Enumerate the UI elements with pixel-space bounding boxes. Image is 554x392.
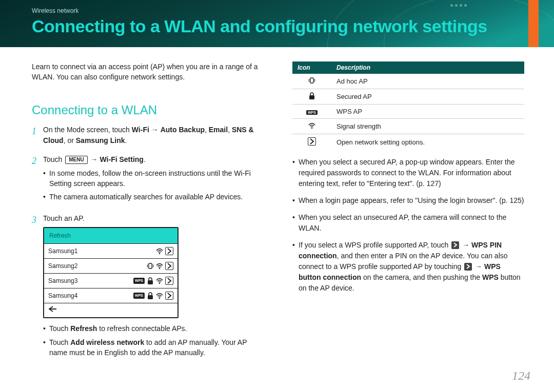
- table-header-icon: Icon: [292, 61, 331, 74]
- ap-row: Samsung2: [44, 258, 177, 273]
- adhoc-icon: [147, 262, 154, 270]
- right-bullet-list: When you select a secured AP, a pop-up w…: [292, 157, 524, 294]
- open-settings-icon: [165, 247, 173, 255]
- right-column: Icon Description Ad hoc AP Secured AP WP…: [292, 61, 524, 369]
- wps-icon: WPS: [133, 278, 145, 284]
- open-settings-icon: [165, 277, 173, 285]
- lock-icon: [147, 292, 154, 299]
- open-settings-icon: [165, 262, 173, 270]
- orange-accent-tab: [528, 0, 539, 47]
- lock-icon: [147, 277, 154, 284]
- ap-list-mockup: Refresh Samsung1 Samsung2: [43, 227, 179, 318]
- table-cell: Ad hoc AP: [331, 74, 524, 89]
- signal-strength-icon: [156, 247, 163, 255]
- table-cell: Signal strength: [331, 119, 524, 134]
- table-cell: WPS AP: [331, 105, 524, 119]
- refresh-bar: Refresh: [44, 228, 177, 243]
- signal-strength-icon: [156, 292, 163, 299]
- signal-strength-icon: [156, 262, 163, 270]
- icon-description-table: Icon Description Ad hoc AP Secured AP WP…: [292, 61, 524, 150]
- wps-icon: WPS: [133, 293, 145, 299]
- step-3: 3 Touch an AP. Refresh Samsung1 Samsung2: [32, 213, 264, 361]
- sub-bullet: Touch Add wireless network to add an AP …: [43, 337, 264, 358]
- table-cell: Open network setting options.: [331, 134, 524, 150]
- ap-row: Samsung4 WPS: [44, 288, 177, 303]
- ap-row: Samsung1: [44, 243, 177, 258]
- breadcrumb: Wireless network: [32, 7, 78, 14]
- sub-bullet: Touch Refresh to refresh connectable APs…: [43, 323, 264, 334]
- step-1: 1 On the Mode screen, touch Wi-Fi → Auto…: [32, 125, 264, 146]
- section-heading: Connecting to a WLAN: [32, 103, 264, 117]
- intro-paragraph: Learn to connect via an access point (AP…: [32, 61, 264, 82]
- bullet-item: If you select a WPS profile supported AP…: [292, 240, 524, 294]
- step-2: 2 Touch MENU → Wi-Fi Setting. In some mo…: [32, 154, 264, 205]
- open-settings-icon: [308, 137, 316, 146]
- adhoc-icon: [308, 77, 315, 84]
- step-number: 1: [32, 125, 43, 146]
- step-number: 2: [32, 154, 43, 205]
- lock-icon: [308, 92, 315, 99]
- sub-bullet: The camera automatically searches for av…: [43, 192, 264, 202]
- table-header-description: Description: [331, 61, 524, 74]
- sub-bullet: In some modes, follow the on-screen inst…: [43, 168, 264, 189]
- left-column: Learn to connect via an access point (AP…: [32, 61, 264, 369]
- open-settings-icon: [165, 292, 173, 300]
- open-settings-icon: [464, 263, 472, 271]
- step-number: 3: [32, 213, 43, 361]
- bullet-item: When you select an unsecured AP, the cam…: [292, 212, 524, 234]
- bullet-item: When a login page appears, refer to "Usi…: [292, 195, 524, 206]
- page-number: 124: [512, 369, 530, 383]
- ap-row: Samsung3 WPS: [44, 273, 177, 288]
- bullet-item: When you select a secured AP, a pop-up w…: [292, 157, 524, 189]
- open-settings-icon: [451, 241, 459, 249]
- table-cell: Secured AP: [331, 89, 524, 105]
- signal-strength-icon: [308, 122, 315, 129]
- signal-strength-icon: [156, 277, 163, 284]
- wps-icon: WPS: [306, 110, 318, 115]
- back-button: [44, 303, 177, 317]
- menu-button-icon: MENU: [65, 156, 87, 164]
- page-title: Connecting to a WLAN and configuring net…: [32, 16, 487, 36]
